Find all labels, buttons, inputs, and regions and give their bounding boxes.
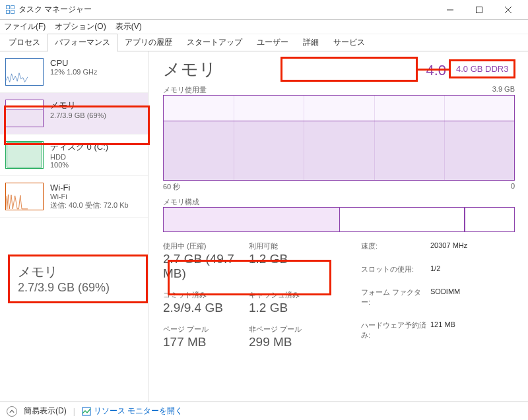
sidebar-wifi-sub2: 送信: 40.0 受信: 72.0 Kb [50, 200, 129, 210]
tab-processes[interactable]: プロセス [1, 34, 48, 51]
minimize-button[interactable] [436, 0, 465, 20]
memory-panel: メモリ 4.0 GB DDR3 メモリ使用量 3.9 GB 60 秒 0 メモリ… [148, 51, 528, 402]
sidebar-cpu-name: CPU [50, 58, 98, 68]
annotation-stats-box [168, 260, 331, 295]
menu-file[interactable]: ファイル(F) [4, 21, 46, 32]
tab-details[interactable]: 詳細 [296, 34, 326, 51]
menu-bar: ファイル(F) オプション(O) 表示(V) [0, 20, 528, 34]
tab-startup[interactable]: スタートアップ [180, 34, 249, 51]
svg-rect-4 [82, 407, 90, 415]
form-factor-label: フォーム ファクター: [361, 287, 430, 316]
sidebar-cpu-stats: 12% 1.09 GHz [50, 68, 98, 76]
window-titlebar: タスク マネージャー [0, 0, 528, 20]
paged-pool-value: 177 MB [163, 335, 249, 349]
sidebar-disk-sub2: 100% [50, 161, 108, 169]
committed-value: 2.9/9.4 GB [163, 301, 249, 315]
nonpaged-pool-value: 299 MB [249, 335, 321, 349]
chevron-up-icon[interactable] [7, 406, 17, 417]
page-title: メモリ [163, 58, 216, 81]
sidebar-wifi-sub1: Wi-Fi [50, 193, 129, 200]
tab-services[interactable]: サービス [326, 34, 372, 51]
tab-users[interactable]: ユーザー [249, 34, 296, 51]
simple-view-button[interactable]: 簡易表示(D) [24, 405, 67, 417]
disk-thumb-icon [5, 141, 44, 169]
chart-axis-right: 0 [511, 182, 515, 192]
footer-bar: 簡易表示(D) | リソース モニターを開く [0, 402, 528, 420]
usage-chart-label: メモリ使用量 [163, 85, 207, 95]
form-factor-value: SODIMM [430, 287, 467, 316]
cpu-thumb-icon [5, 58, 44, 86]
menu-view[interactable]: 表示(V) [116, 21, 142, 32]
task-manager-icon [5, 5, 15, 15]
resource-monitor-icon [82, 407, 91, 416]
memory-meta-block: 速度: 20307 MHz スロットの使用: 1/2 フォーム ファクター: S… [361, 241, 467, 349]
slots-value: 1/2 [430, 264, 467, 284]
usage-chart-max: 3.9 GB [492, 85, 515, 95]
sidebar-item-cpu[interactable]: CPU 12% 1.09 GHz [0, 51, 148, 93]
chart-axis-left: 60 秒 [163, 182, 180, 192]
memory-composition-chart [163, 207, 515, 232]
svg-rect-1 [477, 7, 482, 13]
slots-label: スロットの使用: [361, 264, 430, 284]
composition-label: メモリ構成 [163, 197, 199, 207]
paged-pool-label: ページ プール [163, 324, 249, 334]
tab-performance[interactable]: パフォーマンス [48, 34, 117, 51]
annotation-callout-memory: メモリ 2.7/3.9 GB (69%) [8, 255, 148, 303]
annotation-sidebar-memory-box [4, 105, 150, 145]
tab-app-history[interactable]: アプリの履歴 [117, 34, 180, 51]
annotation-spec-box [280, 57, 418, 82]
annotation-callout-spec: 4.0 GB DDR3 [449, 59, 515, 78]
maximize-button[interactable] [465, 0, 494, 20]
in-use-label: 使用中 (圧縮) [163, 241, 249, 251]
window-title: タスク マネージャー [18, 4, 436, 15]
reserved-label: ハードウェア予約済み: [361, 320, 430, 349]
tab-strip: プロセス パフォーマンス アプリの履歴 スタートアップ ユーザー 詳細 サービス [0, 34, 528, 51]
menu-options[interactable]: オプション(O) [55, 21, 106, 32]
sidebar-wifi-name: Wi-Fi [50, 183, 129, 193]
nonpaged-pool-label: 非ページ プール [249, 324, 321, 334]
reserved-value: 121 MB [430, 320, 467, 349]
memory-usage-chart [163, 95, 515, 181]
speed-label: 速度: [361, 241, 430, 260]
cached-value: 1.2 GB [249, 301, 321, 315]
sidebar-item-wifi[interactable]: Wi-Fi Wi-Fi 送信: 40.0 受信: 72.0 Kb [0, 176, 148, 218]
performance-sidebar: CPU 12% 1.09 GHz メモリ 2.7/3.9 GB (69%) ディ… [0, 51, 148, 402]
wifi-thumb-icon [5, 183, 44, 210]
open-resource-monitor-link[interactable]: リソース モニターを開く [82, 405, 183, 417]
sidebar-disk-sub1: HDD [50, 153, 108, 161]
available-label: 利用可能 [249, 241, 321, 251]
memory-stats-block: 使用中 (圧縮) 2.7 GB (49.7 MB) 利用可能 1.2 GB コミ… [163, 241, 321, 349]
speed-value: 20307 MHz [430, 241, 467, 260]
annotation-connector-line [418, 69, 449, 71]
close-button[interactable] [494, 0, 523, 20]
